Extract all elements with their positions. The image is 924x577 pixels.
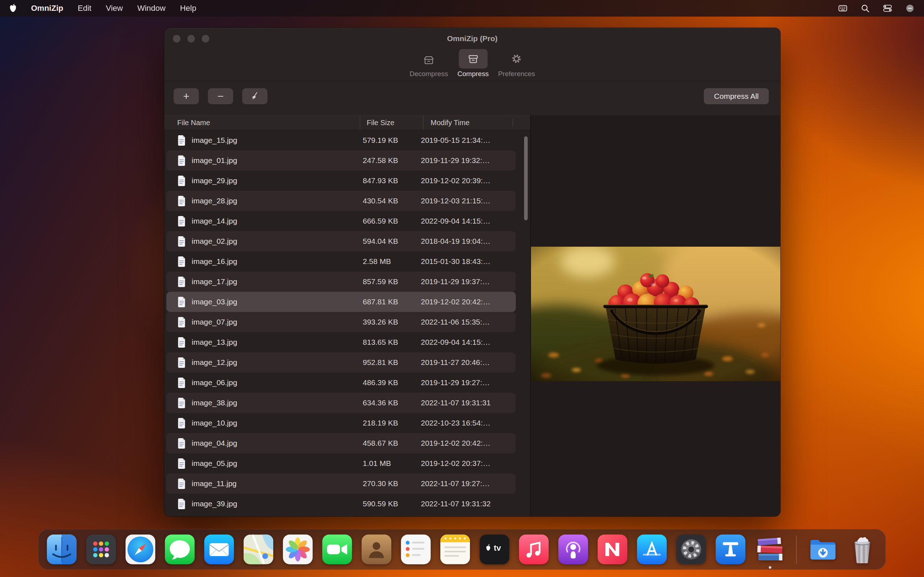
menu-item-view[interactable]: View	[106, 3, 123, 13]
dock-item-podcasts[interactable]	[558, 534, 589, 565]
menu-item-window[interactable]: Window	[137, 3, 165, 13]
file-document-icon	[177, 398, 186, 408]
column-header-file-size[interactable]: File Size	[360, 116, 423, 130]
dock-item-music[interactable]	[519, 534, 549, 565]
dock-item-photos[interactable]	[283, 534, 313, 565]
compress-all-button[interactable]: Compress All	[704, 89, 769, 104]
file-document-icon	[177, 216, 186, 226]
table-row[interactable]: image_38.jpg 634.36 KB 2022-11-07 19:31:…	[166, 393, 516, 413]
table-row[interactable]: image_03.jpg 687.81 KB 2019-12-02 20:42:…	[166, 292, 516, 312]
dock-item-trash[interactable]	[847, 534, 878, 565]
mail-icon	[204, 534, 234, 565]
file-name-cell: image_15.jpg	[166, 135, 358, 146]
safari-icon	[125, 534, 156, 565]
dock-item-notes[interactable]	[440, 534, 471, 565]
running-indicator	[769, 566, 771, 569]
table-row[interactable]: image_39.jpg 590.59 KB 2022-11-07 19:31:…	[166, 494, 516, 514]
dock-item-news[interactable]	[597, 534, 628, 565]
column-separator	[512, 119, 513, 127]
dock-item-mail[interactable]	[204, 534, 234, 565]
dock-item-contacts[interactable]	[361, 534, 392, 565]
file-modify-time: 2019-11-29 19:32:…	[421, 156, 490, 165]
file-name: image_16.jpg	[192, 257, 237, 266]
table-row[interactable]: image_02.jpg 594.04 KB 2018-04-19 19:04:…	[166, 231, 516, 251]
dock-item-omnizip[interactable]	[755, 534, 785, 565]
dock-item-settings[interactable]	[676, 534, 707, 565]
table-row[interactable]: image_01.jpg 247.58 KB 2019-11-29 19:32:…	[166, 150, 516, 171]
file-modify-time: 2019-12-02 20:39:…	[421, 176, 491, 185]
file-size: 2.58 MB	[358, 257, 421, 266]
add-files-button[interactable]: +	[174, 89, 199, 104]
table-row[interactable]: image_11.jpg 270.30 KB 2022-11-07 19:27:…	[166, 474, 516, 494]
table-row[interactable]: image_15.jpg 579.19 KB 2019-05-15 21:34:…	[166, 130, 516, 150]
file-name-cell: image_28.jpg	[166, 196, 358, 206]
control-center-icon[interactable]	[883, 3, 892, 13]
file-modify-time: 2022-09-04 14:15:…	[421, 217, 491, 226]
tab-decompress[interactable]: Decompress	[410, 49, 448, 78]
file-name-cell: image_07.jpg	[166, 317, 358, 327]
desktop: { "menubar": { "app_name": "OmniZip", "i…	[0, 0, 924, 577]
table-row[interactable]: image_13.jpg 813.65 KB 2022-09-04 14:15:…	[166, 332, 516, 352]
dock-item-appletv[interactable]: tv	[479, 534, 510, 565]
remove-files-button[interactable]: −	[208, 89, 233, 104]
file-name: image_17.jpg	[192, 277, 237, 286]
file-modify-time: 2019-11-29 19:37:…	[421, 277, 490, 286]
table-row[interactable]: image_12.jpg 952.81 KB 2019-11-27 20:46:…	[166, 352, 516, 372]
file-document-icon	[177, 236, 186, 247]
preferences-gear-icon	[510, 52, 523, 65]
dock-item-appstore[interactable]	[637, 534, 667, 565]
file-document-icon	[177, 499, 186, 509]
dock-item-facetime[interactable]	[322, 534, 353, 565]
window-content: File Name File Size Modify Time image_15…	[164, 115, 780, 516]
tab-preferences[interactable]: Preferences	[498, 49, 535, 78]
table-row[interactable]: image_07.jpg 393.26 KB 2022-11-06 15:35:…	[166, 312, 516, 332]
dock-item-downloads[interactable]	[808, 534, 838, 565]
apple-logo-icon[interactable]	[10, 4, 16, 13]
search-icon[interactable]	[861, 3, 870, 13]
file-name: image_07.jpg	[192, 318, 237, 326]
tab-compress[interactable]: Compress	[457, 49, 489, 78]
table-row[interactable]: image_10.jpg 218.19 KB 2022-10-23 16:54:…	[166, 413, 516, 433]
preview-pane	[530, 115, 780, 516]
table-row[interactable]: image_16.jpg 2.58 MB 2015-01-30 18:43:…	[166, 251, 516, 272]
window-titlebar[interactable]: OmniZip (Pro) Decompress	[164, 28, 780, 81]
table-row[interactable]: image_05.jpg 1.01 MB 2019-12-02 20:37:…	[166, 453, 516, 474]
file-size: 458.67 KB	[358, 439, 421, 448]
file-size: 952.81 KB	[358, 358, 421, 367]
menu-app-name[interactable]: OmniZip	[31, 3, 63, 13]
column-header-modify-time[interactable]: Modify Time	[423, 116, 470, 130]
table-row[interactable]: image_14.jpg 666.59 KB 2022-09-04 14:15:…	[166, 211, 516, 231]
table-row[interactable]: image_29.jpg 847.93 KB 2019-12-02 20:39:…	[166, 171, 516, 191]
clear-list-button[interactable]	[242, 89, 267, 104]
dock-item-launchpad[interactable]	[86, 534, 116, 565]
appstore-icon	[637, 534, 667, 565]
file-document-icon	[177, 438, 186, 449]
menu-item-help[interactable]: Help	[180, 3, 196, 13]
table-scrollbar[interactable]	[524, 136, 528, 220]
do-not-disturb-icon[interactable]	[905, 3, 914, 13]
file-name: image_06.jpg	[192, 378, 237, 387]
dock-item-messages[interactable]	[165, 534, 195, 565]
dock-item-safari[interactable]	[125, 534, 156, 565]
table-row[interactable]: image_28.jpg 430.54 KB 2019-12-03 21:15:…	[166, 191, 516, 211]
file-name-cell: image_38.jpg	[166, 398, 358, 408]
dock-item-keynote[interactable]	[716, 534, 746, 565]
launchpad-icon	[86, 534, 116, 565]
input-source-icon[interactable]	[838, 3, 848, 13]
file-modify-time: 2018-04-19 19:04:…	[421, 237, 491, 246]
menu-item-edit[interactable]: Edit	[78, 3, 91, 13]
file-modify-time: 2019-12-02 20:42:…	[421, 298, 491, 306]
dock-item-finder[interactable]	[47, 534, 77, 565]
table-row[interactable]: image_04.jpg 458.67 KB 2019-12-02 20:42:…	[166, 433, 516, 453]
file-name: image_15.jpg	[192, 136, 237, 145]
file-name-cell: image_03.jpg	[166, 297, 358, 307]
dock-item-maps[interactable]	[243, 534, 274, 565]
table-row[interactable]: image_06.jpg 486.39 KB 2019-11-29 19:27:…	[166, 372, 516, 393]
file-name-cell: image_12.jpg	[166, 357, 358, 368]
dock-item-reminders[interactable]	[401, 534, 431, 565]
tab-compress-label: Compress	[457, 70, 489, 78]
facetime-icon	[322, 534, 353, 565]
table-row[interactable]: image_17.jpg 857.59 KB 2019-11-29 19:37:…	[166, 272, 516, 292]
column-header-file-name[interactable]: File Name	[164, 116, 360, 130]
compress-icon	[467, 52, 480, 65]
